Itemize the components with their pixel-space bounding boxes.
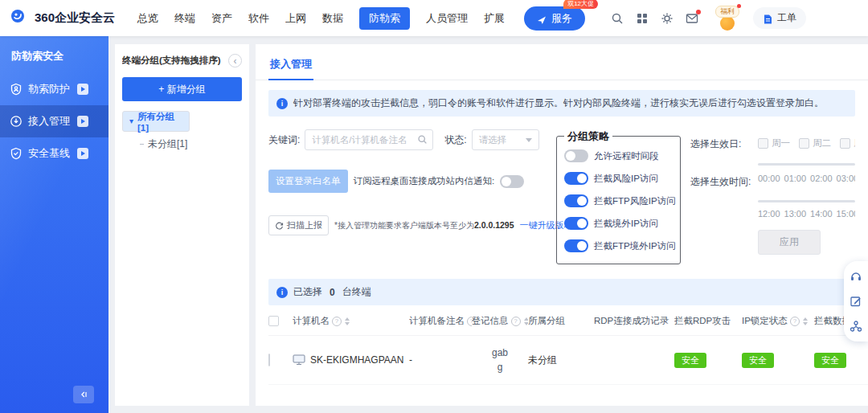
group-tree: ▾ 所有分组[1] 未分组[1] [122,111,242,157]
policy-row-foreign-ip: 拦截境外IP访问 [564,217,673,230]
tab-access-management[interactable]: 接入管理 [268,49,313,80]
sidebar-item-label: 勒索防护 [28,82,70,96]
gear-icon[interactable] [661,12,674,25]
brand-logo[interactable]: 360企业安全云 [11,10,115,27]
login-whitelist-button[interactable]: 设置登录白名单 [268,170,348,193]
welfare-entry[interactable]: 福利 [713,6,742,31]
table-header-row: 计算机名? 计算机备注名? 登记信息? 所属分组 RDP连接成功记录 拦截RDP… [268,305,868,336]
tutorial-badge-icon[interactable] [77,148,88,159]
tree-item-ungrouped[interactable]: 未分组[1] [122,132,242,157]
chevron-down-icon [526,138,532,142]
topology-icon[interactable] [850,320,862,333]
logo-icon [11,10,29,27]
subscribe-label: 订阅远程桌面连接成功站内信通知: [354,175,495,187]
feedback-edit-icon[interactable] [850,295,862,308]
time-tick: 13:00 [784,209,807,219]
terminal-table: i 已选择 0 台终端 计算机名? 计算机备注名? 登记信息? 所属分组 RDP… [268,279,868,385]
tree-item-label: 所有分组[1] [137,111,182,133]
day-checkbox-monday[interactable]: 周一 [758,136,790,151]
group-panel-title: 终端分组(支持拖拽排序) [122,55,221,67]
select-all-checkbox[interactable] [268,316,279,326]
scan-report-label: 扫描上报 [287,219,322,231]
db-attack-status-badge: 安全 [814,353,846,368]
ftp-risk-ip-toggle[interactable] [564,194,588,207]
avatar[interactable] [720,16,735,31]
remote-time-toggle[interactable] [564,149,588,162]
table-row[interactable]: SK-EKIGMHAGPAAN - gab g 未分组 安全 安全 安全 [268,336,868,385]
group-policy-box: 分组策略 允许远程时间段 拦截风险IP访问 拦截FTP风险IP访问 [556,136,681,264]
effective-days-label: 选择生效日: [690,136,758,151]
policy-label: 拦截境外IP访问 [594,218,658,230]
sort-icon[interactable] [345,317,350,325]
support-headset-icon[interactable] [850,270,862,283]
mail-icon[interactable] [686,12,698,25]
col-group: 所属分组 [528,315,565,327]
tree-item-all-groups[interactable]: ▾ 所有分组[1] [122,111,190,132]
tutorial-badge-icon[interactable] [77,84,88,95]
app-root: 360企业安全云 总览 终端 资产 软件 上网 数据 防勒索 人员管理 扩展 服… [0,0,868,413]
policy-row-risk-ip: 拦截风险IP访问 [564,172,673,185]
time-range-slider-pm[interactable] [758,200,855,202]
policy-label: 拦截FTP境外IP访问 [594,240,676,252]
help-icon[interactable]: ? [332,317,342,326]
sidebar-item-ransom-protection[interactable]: 勒索防护 [0,73,108,105]
notification-dot [696,10,701,14]
tutorial-badge-icon[interactable] [77,116,88,127]
selected-prefix: 已选择 [293,285,322,299]
sidebar-item-access-management[interactable]: 接入管理 [0,105,108,137]
sort-icon[interactable] [803,317,808,325]
search-icon[interactable] [611,12,624,25]
login-info-line1: gab [472,346,528,360]
nav-item-extension[interactable]: 扩展 [484,7,505,30]
checkbox-icon [758,138,768,149]
foreign-ip-toggle[interactable] [564,217,588,230]
apps-grid-icon[interactable] [636,12,649,25]
policy-label: 允许远程时间段 [594,150,659,162]
day-checkbox-wednesday[interactable]: 周三 [840,136,855,151]
search-icon[interactable] [417,134,428,145]
help-icon[interactable]: ? [790,317,800,326]
apply-button[interactable]: 应用 [758,230,821,255]
rdp-attack-status-badge: 安全 [674,353,706,368]
time-tick: 15:00 [837,209,855,219]
status-select[interactable]: 请选择 [472,129,539,150]
nav-item-data[interactable]: 数据 [322,7,343,30]
day-checkbox-tuesday[interactable]: 周二 [799,136,831,151]
col-login-info: 登记信息 [472,315,509,327]
col-computer-name: 计算机名 [293,315,330,327]
nav-item-overview[interactable]: 总览 [137,7,158,30]
controls-area: 关键词: 状态: 请选择 [268,129,855,264]
scan-report-button[interactable]: 扫描上报 [268,215,329,235]
welfare-notification-dot [737,4,741,8]
effective-days-row: 周一 周二 周三 周四 周五 [758,136,855,151]
ticket-button[interactable]: 工单 [753,7,806,29]
col-ip-lock: IP锁定状态 [742,315,788,327]
keyword-input[interactable] [305,129,433,150]
nav-item-terminal[interactable]: 终端 [174,7,195,30]
time-range-slider-am[interactable] [758,163,855,166]
bullet-icon [140,144,144,145]
nav-item-ransomware[interactable]: 防勒索 [359,7,410,30]
effective-time-label: 选择生效时间: [690,174,758,189]
risk-ip-toggle[interactable] [564,172,588,185]
nav-item-software[interactable]: 软件 [248,7,269,30]
subscribe-toggle[interactable] [500,175,524,188]
top-icon-group [611,12,698,25]
sidebar-item-security-baseline[interactable]: 安全基线 [0,137,108,170]
add-group-button[interactable]: + 新增分组 [122,77,242,101]
nav-item-personnel[interactable]: 人员管理 [426,7,468,30]
nav-item-assets[interactable]: 资产 [211,7,232,30]
panel-collapse-icon[interactable]: ‹ [228,54,242,67]
time-tick: 12:00 [758,209,780,219]
group-panel-header: 终端分组(支持拖拽排序) ‹ [122,54,242,67]
time-ticks-pm: 12:00 13:00 14:00 15:00 16:00 17:00 18:0… [758,209,855,219]
policy-row-remote-time: 允许远程时间段 [564,149,673,162]
service-button[interactable]: 服务 双12大促 [524,6,585,31]
help-icon[interactable]: ? [511,317,521,326]
access-management-panel: 接入管理 i 针对部署终端的攻击拦截信息，弱口令的账号和软件进行显示。针对内部风… [256,44,868,406]
row-checkbox[interactable] [268,354,270,366]
caret-down-icon[interactable]: ▾ [129,117,133,125]
ftp-foreign-ip-toggle[interactable] [564,239,588,252]
nav-item-internet[interactable]: 上网 [285,7,306,30]
sidebar-collapse-button[interactable] [73,386,94,403]
